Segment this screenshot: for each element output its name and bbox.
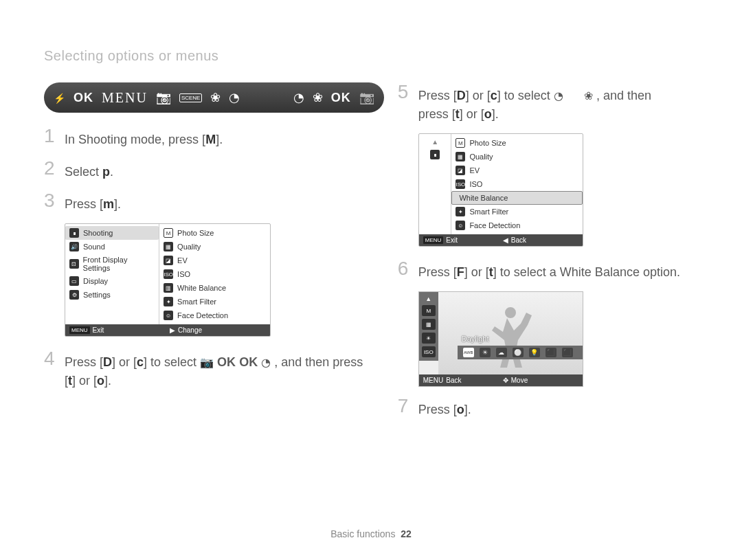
size-icon: M <box>164 228 173 238</box>
menu-item: Smart Filter <box>177 298 216 306</box>
menu-button-icon: MENU <box>69 326 90 334</box>
footer-section: Basic functions <box>330 528 395 539</box>
menu-item: White Balance <box>177 284 226 292</box>
sun-icon: ☀ <box>422 333 436 344</box>
menu-item: Sound <box>83 243 105 251</box>
scene-icon: SCENE <box>179 93 203 102</box>
move-icon: ✥ <box>503 377 508 384</box>
ok-label-2: OK <box>331 91 351 105</box>
right-column: 5 Press [D] or [c] to select , and then … <box>398 82 721 429</box>
mode-m-icon: M <box>422 305 436 316</box>
step-7: 7 Press [o]. <box>398 396 721 419</box>
camera-icon: ∎ <box>430 150 440 159</box>
iso-icon: ISO <box>456 179 465 189</box>
timer-icon <box>229 90 240 105</box>
right-arrow-icon: ▶ <box>170 326 175 334</box>
speaker-icon: 🔊 <box>69 242 79 251</box>
timer-icon <box>261 355 271 371</box>
wb-chip-6: ⬛ <box>562 348 573 357</box>
flash-icon <box>54 91 65 105</box>
menu-item: Shooting <box>83 229 113 237</box>
menu-screenshot-2: ▲ ∎ MPhoto Size ▦Quality ◪EV ISOISO Whit… <box>418 133 583 247</box>
menu-label: MENU <box>102 90 148 106</box>
wb-chip-cloudy: ☁ <box>496 348 507 357</box>
camera-icon: ∎ <box>69 228 79 238</box>
menu-screenshot-1: ∎Shooting 🔊Sound ⊡Front Display Settings… <box>65 223 271 337</box>
smart-camera-icon: 📷 <box>200 355 214 371</box>
face-icon: ☺ <box>164 311 173 320</box>
footer-action: Change <box>178 326 202 334</box>
quality-icon: ▦ <box>456 152 465 161</box>
step-number: 6 <box>398 259 412 282</box>
menu-button-icon: MENU <box>423 236 444 244</box>
wb-chip-5: ⬛ <box>546 348 556 357</box>
front-display-icon: ⊡ <box>69 259 79 269</box>
macro-icon <box>210 90 221 105</box>
ok-label-1: OK <box>74 91 93 105</box>
menu-item: Settings <box>83 291 111 299</box>
camera-icon-2 <box>359 90 374 105</box>
wb-chip-fluor: ⚪ <box>513 348 524 357</box>
content-columns: OK MENU SCENE OK 1 In Shooting mode, pre… <box>44 82 721 429</box>
size-icon: M <box>456 138 465 148</box>
step-text: Press [F] or [t] to select a White Balan… <box>418 259 680 282</box>
gear-icon: ⚙ <box>69 290 79 300</box>
iso-icon: ISO <box>422 346 436 357</box>
wb-preview-screenshot: ▲ M ▦ ☀ ISO Daylight AWB ☀ ☁ ⚪ 💡 ⬛ ⬛ <box>418 291 583 387</box>
footer-page-number: 22 <box>401 528 412 539</box>
menu-item: Display <box>83 277 108 285</box>
step-number: 1 <box>44 126 58 149</box>
camera-icon <box>156 90 171 105</box>
step-number: 5 <box>398 82 412 124</box>
side-icon-strip: ▲ M ▦ ☀ ISO <box>419 292 438 361</box>
left-column: OK MENU SCENE OK 1 In Shooting mode, pre… <box>44 82 384 429</box>
footer-action: Back <box>446 377 461 384</box>
step-number: 4 <box>44 349 58 390</box>
ok-inline-1: OK <box>217 355 236 369</box>
display-icon: ▭ <box>69 276 79 286</box>
wb-option-strip: AWB ☀ ☁ ⚪ 💡 ⬛ ⬛ <box>458 346 583 359</box>
step-number: 7 <box>398 396 412 419</box>
menu-item: EV <box>469 166 480 175</box>
screenshot-footer: MENUBack ✥Move <box>419 374 583 386</box>
step-1: 1 In Shooting mode, press [M]. <box>44 126 384 149</box>
step-3: 3 Press [m]. <box>44 191 384 214</box>
timer-icon-2 <box>293 90 304 105</box>
step-text: In Shooting mode, press [M]. <box>65 126 223 149</box>
footer-action: Move <box>511 377 528 384</box>
footer-action: Exit <box>93 326 104 334</box>
step-text: Press [o]. <box>418 396 471 419</box>
wb-chip-tungsten: 💡 <box>529 348 540 357</box>
preview-stage: Daylight AWB ☀ ☁ ⚪ 💡 ⬛ ⬛ <box>438 292 583 374</box>
quality-icon: ▦ <box>164 242 173 251</box>
step-4: 4 Press [D] or [c] to select 📷 OK OK , a… <box>44 349 384 390</box>
menu-item: Front Display Settings <box>83 256 155 272</box>
step-2: 2 Select p. <box>44 159 384 181</box>
face-icon: ☺ <box>456 221 465 230</box>
step-6: 6 Press [F] or [t] to select a White Bal… <box>398 259 721 282</box>
step-text: Press [D] or [c] to select , and then pr… <box>418 82 651 124</box>
macro-icon <box>584 88 593 104</box>
menu-right-pane: MPhoto Size ▦Quality ◪EV ISOISO White Ba… <box>451 134 582 234</box>
wb-caption: Daylight <box>462 335 489 343</box>
menu-item: Photo Size <box>177 229 214 237</box>
wb-icon: ▥ <box>164 283 173 293</box>
grid-icon: ▦ <box>422 319 436 330</box>
footer-action: Back <box>511 236 526 244</box>
menu-item: Quality <box>469 153 493 161</box>
menu-item: ISO <box>469 180 482 188</box>
menu-right-pane: MPhoto Size ▦Quality ◪EV ISOISO ▥White B… <box>159 224 270 324</box>
wb-chip-daylight: ☀ <box>480 348 491 357</box>
step-text: Press [D] or [c] to select 📷 OK OK , and… <box>65 349 363 390</box>
mode-bar: OK MENU SCENE OK <box>44 82 384 113</box>
step-text: Press [m]. <box>65 191 121 214</box>
section-header: Selecting options or menus <box>44 48 218 64</box>
left-arrow-icon: ◀ <box>503 236 508 244</box>
page-footer: Basic functions 22 <box>0 528 742 539</box>
menu-item: EV <box>177 256 188 265</box>
menu-item: ISO <box>177 270 190 278</box>
step-5: 5 Press [D] or [c] to select , and then … <box>398 82 721 124</box>
menu-item: Face Detection <box>469 221 520 229</box>
menu-item: Photo Size <box>469 139 506 147</box>
filter-icon: ✦ <box>456 207 465 216</box>
